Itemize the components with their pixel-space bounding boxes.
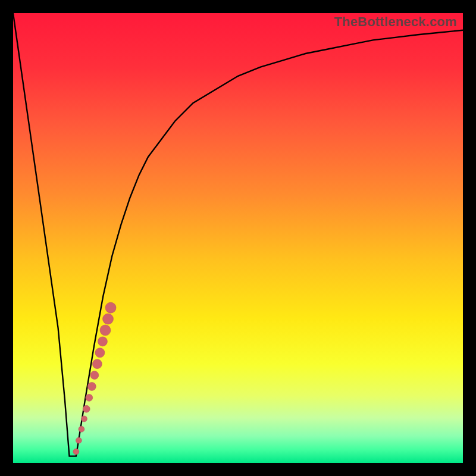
data-marker [87, 382, 96, 390]
data-marker [76, 437, 82, 443]
data-marker [79, 426, 84, 432]
data-marker [81, 416, 87, 422]
chart-frame: TheBottleneck.com [0, 0, 476, 476]
data-marker [100, 325, 111, 336]
data-marker [105, 302, 116, 313]
data-marker [73, 449, 79, 455]
data-marker [83, 405, 90, 412]
watermark-text: TheBottleneck.com [334, 14, 457, 30]
gradient-background [13, 13, 463, 463]
bottleneck-chart [13, 13, 463, 463]
data-marker [98, 337, 107, 346]
data-marker [103, 314, 114, 324]
data-marker [92, 359, 102, 369]
data-marker [86, 394, 93, 401]
plot-area: TheBottleneck.com [13, 13, 463, 463]
data-marker [95, 348, 105, 358]
data-marker [90, 371, 99, 380]
